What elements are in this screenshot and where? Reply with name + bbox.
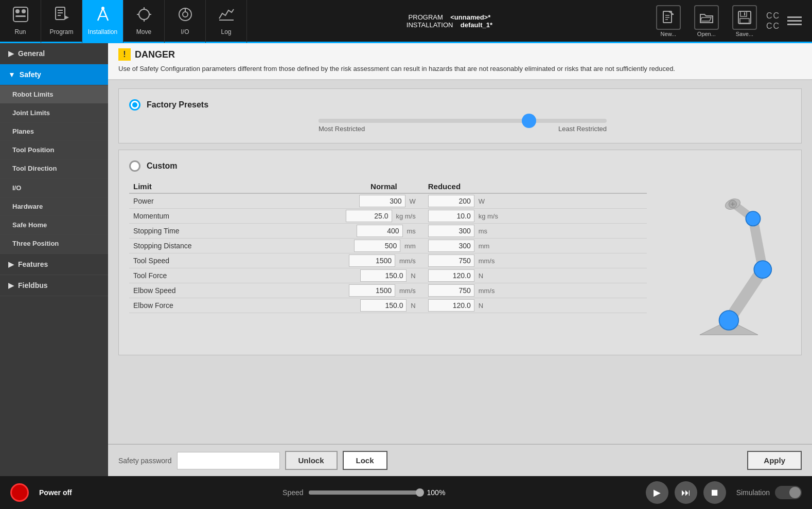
sidebar-sub-planes[interactable]: Planes (0, 122, 108, 141)
custom-label: Custom (147, 161, 178, 171)
normal-value-cell: mm/s (211, 283, 418, 298)
open-button[interactable]: Open... (690, 5, 723, 37)
nav-installation[interactable]: Installation (82, 0, 123, 43)
normal-value-input[interactable] (349, 254, 395, 267)
svg-rect-33 (740, 19, 749, 23)
custom-radio[interactable] (129, 160, 140, 172)
most-restricted-label: Most Restricted (319, 125, 365, 133)
installation-prefix: INSTALLATION (407, 21, 453, 29)
move-icon (136, 6, 152, 26)
svg-rect-23 (219, 20, 234, 21)
sidebar-item-safety[interactable]: ▼ Safety (0, 64, 108, 85)
reduced-value-input[interactable] (428, 240, 474, 252)
svg-point-40 (754, 261, 771, 278)
preset-slider-thumb[interactable] (522, 114, 536, 128)
sidebar-sub-tool-direction[interactable]: Tool Direction (0, 159, 108, 179)
joint-limits-label: Joint Limits (12, 109, 50, 117)
normal-value-input[interactable] (357, 225, 403, 237)
normal-value-input[interactable] (360, 299, 407, 312)
normal-unit: mm/s (397, 287, 416, 295)
svg-marker-17 (143, 19, 146, 21)
table-row: Elbow Speed mm/s mm/s (129, 283, 647, 298)
normal-value-input[interactable] (354, 240, 400, 252)
reduced-value-input[interactable] (428, 210, 474, 222)
custom-inner: Limit Normal Reduced Power W W (129, 180, 791, 344)
sidebar-sub-hardware[interactable]: Hardware (0, 197, 108, 216)
reduced-value-cell: kg m/s (418, 208, 647, 223)
normal-value-cell: N (211, 298, 418, 313)
sidebar-item-features[interactable]: ▶ Features (0, 254, 108, 275)
io-label: I/O (12, 184, 21, 192)
nav-log[interactable]: Log (206, 0, 247, 43)
password-input[interactable] (177, 452, 280, 469)
save-label: Save... (736, 31, 753, 37)
simulation-toggle[interactable] (775, 486, 802, 499)
stop-button[interactable]: ⏹ (703, 481, 726, 504)
save-button[interactable]: Save... (728, 5, 761, 37)
factory-presets-section: Factory Presets Most Restricted Least Re… (118, 88, 802, 143)
reduced-value-cell: mm/s (418, 283, 647, 298)
tool-position-label: Tool Position (12, 146, 54, 154)
planes-label: Planes (12, 128, 34, 135)
sidebar-sub-tool-position[interactable]: Tool Position (0, 141, 108, 159)
sidebar-item-general[interactable]: ▶ General (0, 43, 108, 64)
sidebar-sub-joint-limits[interactable]: Joint Limits (0, 104, 108, 122)
slider-fill (319, 119, 529, 123)
normal-value-cell: kg m/s (211, 208, 418, 223)
danger-banner: ! DANGER Use of Safety Configuration par… (108, 43, 812, 80)
content-area: ! DANGER Use of Safety Configuration par… (108, 43, 812, 476)
main-layout: ▶ General ▼ Safety Robot Limits Joint Li… (0, 43, 812, 476)
sidebar-sub-robot-limits[interactable]: Robot Limits (0, 85, 108, 104)
sidebar-sub-three-position[interactable]: Three Position (0, 234, 108, 254)
speed-slider[interactable] (309, 490, 422, 495)
save-icon (732, 5, 757, 30)
nav-io[interactable]: I/O (165, 0, 206, 43)
reduced-unit: mm/s (476, 287, 495, 295)
reduced-unit: kg m/s (476, 212, 498, 220)
sidebar-item-fieldbus[interactable]: ▶ Fieldbus (0, 275, 108, 296)
installation-name: default_1* (461, 21, 492, 29)
normal-value-input[interactable] (359, 195, 405, 207)
normal-value-cell: W (211, 193, 418, 209)
fieldbus-label: Fieldbus (18, 281, 48, 289)
new-button[interactable]: New... (652, 5, 685, 37)
normal-value-input[interactable] (360, 269, 407, 282)
play-button[interactable]: ▶ (646, 481, 668, 504)
chevron-down-icon: ▼ (8, 70, 15, 79)
normal-value-input[interactable] (349, 284, 395, 297)
reduced-value-input[interactable] (428, 254, 474, 267)
table-row: Power W W (129, 193, 647, 209)
step-button[interactable]: ⏭ (675, 481, 697, 504)
lock-button[interactable]: Lock (343, 451, 387, 470)
svg-point-39 (719, 311, 739, 330)
sidebar-sub-io[interactable]: I/O (0, 179, 108, 197)
reduced-value-input[interactable] (428, 299, 474, 312)
factory-presets-radio[interactable] (129, 99, 140, 111)
nav-log-label: Log (221, 28, 231, 35)
safety-label: Safety (20, 70, 41, 79)
nav-run-label: Run (14, 28, 26, 35)
reduced-value-input[interactable] (428, 195, 474, 207)
col-limit-header: Limit (129, 180, 211, 193)
danger-title-text: DANGER (135, 49, 175, 60)
program-row: PROGRAM <unnamed>* (409, 13, 491, 21)
apply-button[interactable]: Apply (747, 451, 802, 470)
nav-run[interactable]: Run (0, 0, 41, 43)
table-row: Stopping Distance mm mm (129, 238, 647, 253)
reduced-value-cell: ms (418, 223, 647, 238)
hamburger-menu-icon[interactable] (787, 16, 802, 25)
open-label: Open... (697, 31, 716, 37)
run-icon (12, 6, 29, 26)
nav-program[interactable]: Program (41, 0, 82, 43)
reduced-value-input[interactable] (428, 284, 474, 297)
reduced-value-input[interactable] (428, 269, 474, 282)
reduced-value-input[interactable] (428, 225, 474, 237)
sidebar-sub-safe-home[interactable]: Safe Home (0, 216, 108, 234)
fieldbus-chevron-icon: ▶ (8, 281, 14, 289)
normal-unit: kg m/s (394, 212, 415, 220)
nav-move[interactable]: Move (123, 0, 165, 43)
unlock-button[interactable]: Unlock (285, 451, 338, 470)
new-icon (656, 5, 681, 30)
slider-labels: Most Restricted Least Restricted (319, 125, 607, 133)
normal-value-input[interactable] (346, 210, 392, 222)
